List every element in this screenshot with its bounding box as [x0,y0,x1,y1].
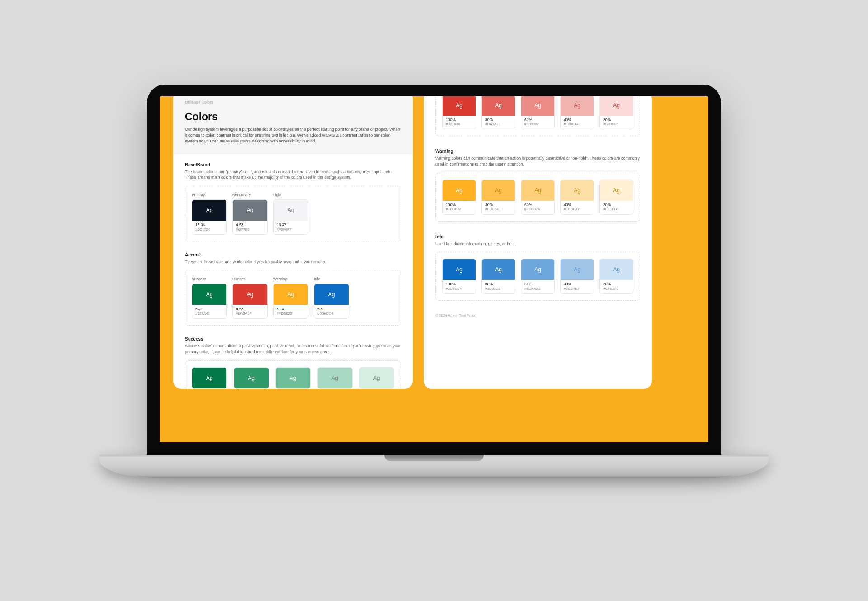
swatch: Ag20%#D6EEE2 [359,367,394,389]
swatch: Ag40%#F0B0AC [560,96,594,130]
swatch-meta-line2: #CFE2F3 [603,287,630,291]
breadcrumb: Utilities / Colors [185,100,401,104]
swatch-meta-line2: #3D89D0 [485,287,512,291]
swatch-color: Ag [443,96,476,116]
swatch-meta: 40%#F0B0AC [561,116,594,129]
swatch-meta-line2: #FDB022 [277,312,305,316]
swatch-meta-line1: 16.37 [277,223,305,227]
swatch-meta-line1: 5.14 [277,307,305,312]
swatch-block: Ag40%#A8D9C2 [317,367,353,389]
swatch-meta-line1: 5.3 [317,307,345,312]
swatch-block: Ag60%#FED07A [521,180,555,215]
swatch-meta: 40%#9EC4E7 [561,280,594,293]
swatch-color: Ag [600,96,633,116]
swatch: Ag60%#6CBD98 [275,367,311,389]
swatch-meta-line2: #027A48 [195,312,223,316]
swatch-label: Secondary [232,193,268,197]
swatch: Ag20%#F8D8D5 [599,96,633,130]
swatch-meta: 4.53#DA3A2F [233,305,267,318]
swatch-meta-line2: #FEDFA7 [564,207,590,211]
swatch-block: Ag80%#2F9B6A [234,367,269,389]
swatch-color: Ag [233,200,267,221]
swatch-meta-line2: #F8D8D5 [603,122,630,126]
swatch-meta-line2: #027A48 [446,122,472,126]
swatch-meta-line1: 60% [524,282,551,287]
swatch-block: Ag80%#FDC04E [481,180,515,215]
swatch-block: Ag18.04#0C1724 [192,199,227,235]
swatch-block: Ag100%#FDB022 [442,180,476,215]
swatch-row: SuccessAg5.41#027A48DangerAg4.53#DA3A2FW… [185,270,401,326]
swatch: SecondaryAg4.53#6f77B0 [232,193,268,235]
swatch-meta: 20%#F8D8D5 [600,116,633,129]
swatch-label: Warning [273,277,308,281]
swatch: Ag20%#FFEFD3 [599,180,633,215]
swatch-color: Ag [276,368,310,388]
swatch-block: Ag80%#DA3A2F [481,96,515,130]
swatch-meta: 20%#FFEFD3 [600,201,633,214]
swatch-block: Ag20%#FFEFD3 [599,180,633,215]
swatch-block: Ag5.3#0D6CC4 [314,284,349,319]
swatch: LightAg16.37#F2F4F7 [273,193,308,235]
swatch-block: Ag16.37#F2F4F7 [273,199,308,235]
doc-card-right: Ag100%#027A48Ag80%#DA3A2FAg60%#E98982Ag4… [424,96,652,389]
laptop-base [99,455,769,478]
page-description: Our design system leverages a purposeful… [185,127,401,144]
swatch-row: Ag100%#FDB022Ag80%#FDC04EAg60%#FED07AAg4… [435,173,640,222]
swatch-meta-line1: 40% [564,203,590,208]
swatch-color: Ag [233,284,267,305]
swatch-color: Ag [482,259,515,280]
swatch-color: Ag [234,368,269,388]
section-desc: These are base black and white color sty… [185,259,401,265]
swatch: Ag40%#FEDFA7 [560,180,594,215]
swatch-row: PrimaryAg18.04#0C1724SecondaryAg4.53#6f7… [185,186,401,241]
swatch-color: Ag [482,96,515,116]
swatch-color: Ag [561,96,594,116]
swatch-block: Ag5.14#FDB022 [273,284,308,319]
section: Ag100%#027A48Ag80%#DA3A2FAg60%#E98982Ag4… [424,96,652,139]
swatch-color: Ag [521,259,554,280]
swatch: Ag40%#9EC4E7 [560,259,594,294]
swatch: Ag60%#E98982 [521,96,555,130]
swatch-label: Success [192,277,227,281]
swatch-meta-line1: 100% [446,203,472,208]
swatch-meta: 16.37#F2F4F7 [274,221,308,234]
swatch-meta: 80%#3D89D0 [482,280,515,293]
swatch-meta-line2: #F0B0AC [564,122,590,126]
swatch-meta-line1: 80% [485,282,512,287]
swatch-block: Ag4.53#DA3A2F [232,284,268,319]
swatch-meta-line2: #0C1724 [195,227,223,232]
swatch-color: Ag [314,284,349,305]
section: AccentThese are base black and white col… [173,244,413,329]
swatch-color: Ag [318,368,352,388]
swatch-block: Ag20%#D6EEE2 [359,367,394,389]
section: Base/BrandThe brand color is our "primar… [173,154,413,244]
swatch: SuccessAg5.41#027A48 [192,277,227,319]
swatch-color: Ag [192,284,226,305]
swatch-block: Ag60%#6EA7DC [521,259,555,294]
swatch-meta-line2: #FFEFD3 [603,207,630,211]
swatch-meta-line2: #DA3A2F [236,312,264,316]
swatch-row: Ag100%#027A48Ag80%#DA3A2FAg60%#E98982Ag4… [435,96,640,137]
swatch-meta: 20%#CFE2F3 [600,280,633,293]
section-title: Accent [185,252,401,257]
swatch-meta-line2: #0D6CC4 [317,312,345,316]
swatch-block: Ag60%#E98982 [521,96,555,130]
swatch: WarningAg5.14#FDB022 [273,277,308,319]
swatch-meta: 80%#FDC04E [482,201,515,214]
section: WarningWarning colors can communicate th… [424,139,652,224]
swatch-label: Danger [232,277,268,281]
swatch: Ag20%#CFE2F3 [599,259,633,294]
swatch-label: Info [314,277,349,281]
section-desc: Warning colors can communicate that an a… [435,156,640,167]
swatch-meta: 5.3#0D6CC4 [314,305,349,318]
swatch-color: Ag [359,368,394,388]
swatch-meta-line2: #FED07A [524,207,551,211]
swatch-meta: 4.53#6f77B0 [233,221,267,234]
doc-card-left: Utilities / Colors Colors Our design sys… [173,96,413,389]
swatch: Ag60%#6EA7DC [521,259,555,294]
swatch: Ag80%#DA3A2F [481,96,515,130]
swatch-meta-line2: #9EC4E7 [564,287,590,291]
swatch: Ag80%#FDC04E [481,180,515,215]
section-title: Base/Brand [185,162,401,167]
swatch-block: Ag60%#6CBD98 [275,367,311,389]
